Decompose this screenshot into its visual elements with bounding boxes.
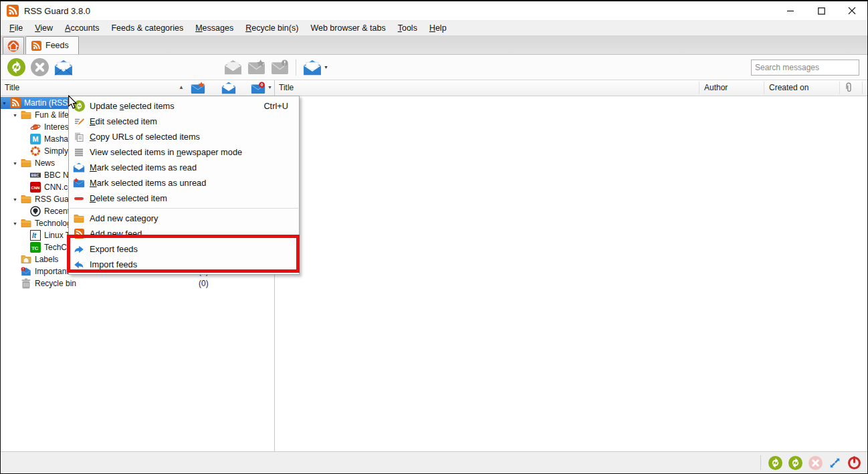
svg-text:BBC: BBC — [31, 173, 39, 177]
refresh-icon — [7, 58, 25, 76]
labels-folder-icon — [21, 254, 31, 265]
menu-item-mark-read[interactable]: Mark selected items as read — [69, 160, 299, 175]
menu-item-add-new-category[interactable]: Add new category — [69, 211, 299, 226]
tree-item-label: Important — [35, 267, 69, 276]
svg-text:M: M — [33, 135, 39, 143]
highlight-rectangle — [67, 235, 300, 273]
copy-icon — [74, 132, 84, 142]
menu-item-update-selected-items[interactable]: Update selected items Ctrl+U — [69, 98, 299, 114]
unread-column-envelope-star-icon[interactable] — [191, 82, 205, 94]
envelope-star-gray-icon — [247, 60, 265, 75]
message-list-panel[interactable] — [275, 96, 867, 453]
tree-item-label: Labels — [35, 255, 58, 264]
message-update-icon[interactable] — [788, 456, 802, 470]
menu-tools[interactable]: Tools — [392, 21, 423, 35]
chevron-down-icon: ▼ — [324, 65, 328, 70]
column-separator — [699, 82, 699, 94]
menu-item-delete-selected[interactable]: Delete selected item — [69, 191, 299, 206]
tree-item-label: Recycle bin — [35, 279, 76, 288]
expander-icon[interactable]: ▼ — [13, 161, 21, 166]
column-separator — [764, 82, 764, 94]
menu-item-copy-urls[interactable]: Copy URLs of selected items — [69, 129, 299, 144]
tree-item-recycle-bin[interactable]: Recycle bin (0) — [1, 277, 274, 289]
window-title: RSS Guard 3.8.0 — [24, 6, 90, 16]
tree-item-label: News — [35, 158, 55, 168]
newspaper-icon — [74, 147, 84, 158]
menu-feeds-categories[interactable]: Feeds & categories — [105, 21, 189, 35]
read-column-envelope-icon[interactable] — [221, 82, 236, 94]
techcrunch-icon: TC — [30, 242, 41, 253]
tab-feeds-label: Feeds — [45, 41, 69, 50]
menu-shortcut: Ctrl+U — [263, 101, 299, 111]
menu-item-mark-unread[interactable]: Mark selected items as unread — [69, 175, 299, 191]
svg-text:lt: lt — [32, 232, 37, 239]
mouse-cursor — [68, 95, 78, 110]
tab-home[interactable] — [3, 37, 24, 54]
attachment-column-paperclip-icon[interactable] — [843, 82, 854, 94]
status-bar — [1, 451, 867, 473]
feed-title-column-header[interactable]: Title — [5, 83, 19, 92]
app-window: RSS Guard 3.8.0 File View Accounts Feeds… — [0, 0, 868, 474]
menu-messages[interactable]: Messages — [189, 21, 239, 35]
toolbar-separator — [296, 60, 296, 76]
menu-item-edit-selected-item[interactable]: Edit selected item — [69, 114, 299, 129]
folder-icon — [21, 218, 31, 229]
feed-update-icon[interactable] — [768, 456, 782, 470]
rss-guard-logo-icon — [7, 5, 19, 17]
expander-icon[interactable]: ▼ — [2, 101, 10, 106]
window-controls — [775, 1, 867, 20]
folder-icon — [74, 214, 84, 223]
mark-selected-important-button-disabled[interactable] — [271, 60, 289, 75]
update-feeds-button[interactable] — [7, 58, 25, 76]
sort-ascending-icon: ▲ — [179, 84, 184, 90]
envelope-star-icon — [73, 178, 85, 188]
menu-accounts[interactable]: Accounts — [59, 21, 105, 35]
expander-icon[interactable]: ▼ — [13, 221, 21, 226]
menu-help[interactable]: Help — [423, 21, 453, 35]
menu-view[interactable]: View — [29, 21, 59, 35]
column-headers: Title ▲ ▼ Title Author — [1, 80, 867, 96]
expander-icon[interactable]: ▼ — [13, 197, 21, 202]
open-envelope-icon — [73, 162, 85, 172]
author-column-header[interactable]: Author — [704, 83, 728, 92]
expander-icon[interactable]: ▼ — [13, 113, 21, 118]
tree-item-label: Fun & life — [35, 110, 69, 120]
column-separator — [839, 82, 840, 94]
folder-icon — [21, 110, 31, 120]
stop-update-button[interactable] — [31, 58, 49, 76]
fullscreen-toggle-icon[interactable] — [829, 457, 841, 469]
mark-selected-unread-button-disabled[interactable] — [247, 60, 265, 75]
maximize-button[interactable] — [806, 1, 837, 20]
toolbar-left-group — [5, 58, 76, 76]
menu-item-view-newspaper-mode[interactable]: View selected items in newspaper mode — [69, 144, 299, 160]
open-envelope-icon — [54, 60, 73, 76]
edit-icon — [74, 116, 84, 127]
tab-feeds[interactable]: Feeds — [25, 36, 79, 54]
menu-recycle-bins[interactable]: Recycle bin(s) — [239, 21, 304, 35]
message-actions-dropdown[interactable]: ▼ — [303, 60, 328, 76]
header-dropdown-icon[interactable]: ▼ — [267, 85, 272, 90]
important-envelope-icon — [21, 266, 31, 277]
stop-icon — [31, 58, 49, 76]
power-quit-icon[interactable] — [847, 456, 861, 470]
main-toolbar: ▼ — [1, 55, 867, 80]
search-messages-input[interactable] — [751, 60, 859, 76]
folder-icon — [21, 158, 31, 168]
open-envelope-icon — [303, 60, 322, 76]
mark-all-read-button[interactable] — [54, 58, 73, 76]
message-title-column-header[interactable]: Title — [279, 83, 294, 92]
open-envelope-gray-icon — [224, 60, 242, 75]
created-on-column-header[interactable]: Created on — [769, 83, 808, 92]
folder-icon — [21, 194, 31, 205]
mark-selected-read-button-disabled[interactable] — [224, 60, 242, 75]
menu-file[interactable]: File — [3, 21, 29, 35]
flower-icon — [30, 146, 41, 156]
toolbar-message-group: ▼ — [221, 60, 331, 76]
linux-today-icon: lt — [30, 230, 41, 241]
stop-disabled-icon[interactable] — [808, 456, 823, 470]
count-column-envelope-badge-icon[interactable] — [251, 82, 265, 94]
menu-web-browser-tabs[interactable]: Web browser & tabs — [304, 21, 391, 35]
trash-icon — [21, 278, 31, 289]
close-button[interactable] — [837, 1, 867, 20]
minimize-button[interactable] — [775, 1, 806, 20]
